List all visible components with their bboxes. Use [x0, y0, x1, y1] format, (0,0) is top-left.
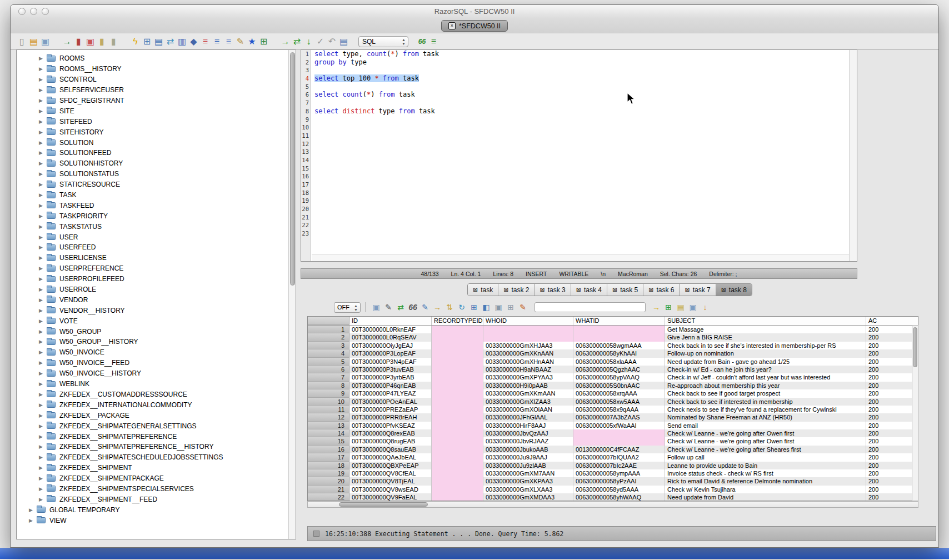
row-number-cell[interactable]: 2: [308, 333, 349, 341]
tree-item-zkfedex-shipment-feed[interactable]: ▶ZKFEDEX__SHIPMENT__FEED: [17, 494, 288, 504]
tree-item-userprofilefeed[interactable]: ▶USERPROFILEFEED: [17, 274, 288, 284]
import-connection-icon[interactable]: →: [61, 36, 73, 47]
disclosure-triangle-icon[interactable]: ▶: [39, 423, 47, 429]
grid-row[interactable]: 1500T3000000Q8rugEAB0033000000JbvRJAAZCh…: [308, 437, 918, 445]
grid-row[interactable]: 400T3000000P3LopEAF0033000000GmXKnAAN006…: [308, 349, 918, 357]
grid-row[interactable]: 600T3000000P3tuvEAB0033000000H9aNBAAZ006…: [308, 366, 918, 373]
tree-item-weblink[interactable]: ▶WEBLINK: [17, 379, 288, 389]
cell-whatid[interactable]: 006300000058wgmAAA: [573, 342, 665, 349]
row-number-cell[interactable]: 5: [308, 358, 349, 366]
disclosure-triangle-icon[interactable]: ▶: [39, 87, 47, 93]
cell-whoid[interactable]: 0033000000JFhGlAAL: [483, 413, 573, 421]
disclosure-triangle-icon[interactable]: ▶: [39, 140, 47, 146]
document-tab[interactable]: × *SFDCW50 II: [441, 20, 508, 32]
split-view-icon[interactable]: ◧: [480, 302, 492, 312]
tree-item-taskpriority[interactable]: ▶TASKPRIORITY: [17, 211, 288, 221]
editor-code-area[interactable]: select type, count(*) from taskgroup by …: [312, 50, 849, 238]
tree-item-sitefeed[interactable]: ▶SITEFEED: [17, 116, 288, 127]
tree-item-taskstatus[interactable]: ▶TASKSTATUS: [17, 221, 288, 232]
disclosure-triangle-icon[interactable]: ▶: [39, 129, 47, 135]
cell-whoid[interactable]: 0033000000JbvRJAAZ: [483, 437, 573, 445]
cell-subject[interactable]: Need update from David: [665, 493, 866, 501]
tree-item-zkfedex-shipmatescheduledjobssettings[interactable]: ▶ZKFEDEX__SHIPMATESCHEDULEDJOBSSETTINGS: [17, 452, 288, 463]
tab-close-icon[interactable]: ⊠: [648, 286, 653, 293]
tree-item-vote[interactable]: ▶VOTE: [17, 316, 288, 326]
cell-subject[interactable]: Check back in to see if she's interested…: [665, 342, 866, 349]
tree-item-zkfedex-shipmatepreference-history[interactable]: ▶ZKFEDEX__SHIPMATEPREFERENCE__HISTORY: [17, 442, 288, 452]
row-number-cell[interactable]: 17: [308, 453, 349, 461]
row-number-cell[interactable]: 16: [308, 446, 349, 453]
cell-ac[interactable]: 200: [866, 446, 918, 453]
cell-ac[interactable]: 200: [866, 333, 918, 341]
sort-rows-icon[interactable]: ⇅: [443, 302, 456, 312]
row-number-cell[interactable]: 6: [308, 366, 349, 373]
statement-type-select[interactable]: SQL ▲▼: [358, 36, 408, 47]
cell-subject[interactable]: Give Jenn a BIG RAISE: [665, 333, 866, 341]
copy-rows-icon[interactable]: ▣: [492, 302, 505, 312]
row-limit-select[interactable]: OFF ▲▼: [334, 302, 361, 313]
row-number-cell[interactable]: 1: [308, 326, 349, 333]
grid-row[interactable]: 2100T3000000QV8wsEAD0033000000GmXLXAA300…: [308, 486, 918, 493]
cell-whoid[interactable]: 0033000000GmXPYAA3: [483, 373, 573, 381]
reload-table-icon[interactable]: ↻: [456, 302, 468, 312]
tree-item-sfdc-registrant[interactable]: ▶SFDC_REGISTRANT: [17, 96, 288, 106]
tree-item-zkfedex-package[interactable]: ▶ZKFEDEX__PACKAGE: [17, 410, 288, 421]
grid-horizontal-scrollbar[interactable]: [307, 501, 918, 508]
cell-ac[interactable]: 200: [866, 406, 918, 413]
database-icon[interactable]: ▮: [108, 36, 119, 47]
cell-subject[interactable]: Check w/ Leanne - we're going after Owen…: [665, 437, 866, 445]
row-number-cell[interactable]: 12: [308, 413, 349, 421]
disclosure-triangle-icon[interactable]: ▶: [39, 454, 47, 460]
grid-row[interactable]: 900T3000000P47LYEAZ0033000000GmXKmAAN006…: [308, 389, 918, 397]
cell-ac[interactable]: 200: [866, 493, 918, 501]
disclosure-triangle-icon[interactable]: ▶: [39, 444, 47, 449]
result-tab-task-2[interactable]: ⊠task 2: [498, 284, 535, 296]
insert-lines-icon[interactable]: ≡: [223, 36, 234, 47]
cell-ac[interactable]: 200: [866, 429, 918, 437]
cell-recordtypeid[interactable]: [432, 469, 483, 477]
disclosure-triangle-icon[interactable]: ▶: [39, 392, 47, 397]
cell-ac[interactable]: 200: [866, 366, 918, 373]
cell-ac[interactable]: 200: [866, 358, 918, 366]
disclosure-triangle-icon[interactable]: ▶: [39, 297, 47, 303]
cell-whatid[interactable]: 00630000005S0bnAAC: [573, 382, 665, 389]
cell-id[interactable]: 00T3000000QV8wsEAD: [349, 486, 432, 493]
cell-ac[interactable]: 200: [866, 373, 918, 381]
disclosure-triangle-icon[interactable]: ▶: [39, 203, 47, 208]
cell-recordtypeid[interactable]: [432, 366, 483, 373]
disclosure-triangle-icon[interactable]: ▶: [39, 318, 47, 324]
cell-whatid[interactable]: 006300000058xrqAAA: [573, 389, 665, 397]
row-number-cell[interactable]: 11: [308, 406, 349, 413]
grid-row[interactable]: 1400T3000000Q8rexEAB0033000000JbvQzAAJCh…: [308, 429, 918, 437]
cell-whatid[interactable]: 006300000058yd5AAA: [573, 486, 665, 493]
cell-whoid[interactable]: 0033000000Ju9zlAAB: [483, 462, 573, 469]
cell-ac[interactable]: 200: [866, 453, 918, 461]
disclosure-triangle-icon[interactable]: ▶: [39, 244, 47, 250]
cell-whoid[interactable]: 0033000000HirF8AAJ: [483, 422, 573, 429]
grid-row[interactable]: 100T3000000L0RknEAFGet Massage200: [308, 326, 918, 333]
result-tab-task-4[interactable]: ⊠task 4: [571, 284, 607, 296]
row-number-cell[interactable]: 8: [308, 382, 349, 389]
cell-recordtypeid[interactable]: [432, 349, 483, 357]
tree-item-w50-invoice-history[interactable]: ▶W50_INVOICE__HISTORY: [17, 368, 288, 379]
cell-recordtypeid[interactable]: [432, 373, 483, 381]
cell-whoid[interactable]: 0033000000H9i0pAAB: [483, 382, 573, 389]
column-header-whatid[interactable]: WHATID: [573, 317, 665, 325]
row-number-cell[interactable]: 3: [308, 342, 349, 349]
cell-ac[interactable]: 200: [866, 349, 918, 357]
save-table-icon[interactable]: ▣: [687, 302, 699, 312]
tree-item-staticresource[interactable]: ▶STATICRESOURCE: [17, 179, 288, 190]
cell-ac[interactable]: 200: [866, 413, 918, 421]
disclosure-triangle-icon[interactable]: ▶: [39, 308, 47, 313]
grid-row[interactable]: 700T3000000P3yrbEAB0033000000GmXPYAA3006…: [308, 373, 918, 381]
new-file-icon[interactable]: ▯: [16, 36, 28, 47]
tree-item-selfserviceuser[interactable]: ▶SELFSERVICEUSER: [17, 85, 288, 96]
cell-subject[interactable]: Check nexis to see if they've found a re…: [665, 406, 866, 413]
cell-whoid[interactable]: [483, 326, 573, 333]
tab-close-icon[interactable]: ⊠: [540, 286, 545, 293]
inspect-row-icon[interactable]: 66: [407, 302, 419, 312]
cell-subject[interactable]: Get Massage: [665, 326, 866, 333]
cell-recordtypeid[interactable]: [432, 342, 483, 349]
reload-files-icon[interactable]: ⇄: [164, 36, 176, 47]
code-line[interactable]: [312, 83, 849, 91]
